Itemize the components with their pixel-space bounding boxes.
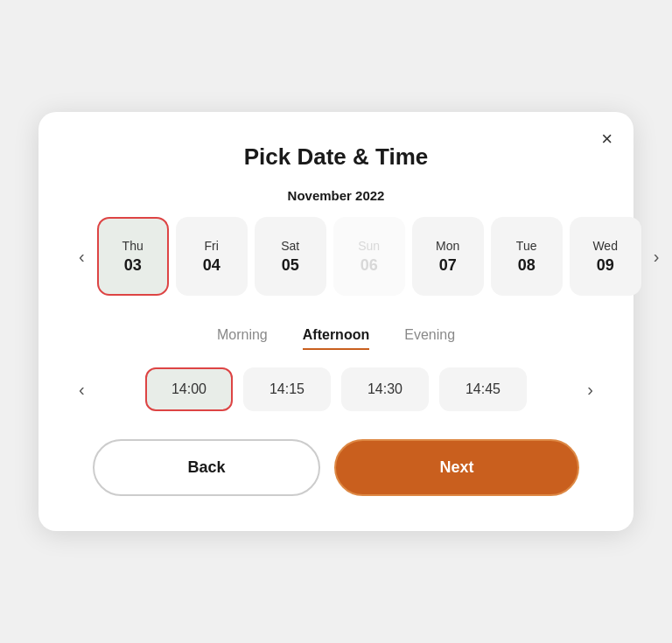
close-button[interactable]: × (601, 129, 612, 149)
day-name: Tue (516, 239, 537, 253)
time-tab[interactable]: Afternoon (303, 327, 369, 350)
day-name: Sun (358, 239, 380, 253)
day-card[interactable]: Wed09 (570, 217, 641, 296)
day-number: 07 (439, 256, 457, 275)
time-tab[interactable]: Evening (404, 327, 455, 350)
time-slot[interactable]: 14:45 (439, 367, 527, 411)
day-number: 05 (282, 256, 299, 275)
tabs-row: MorningAfternoonEvening (74, 327, 598, 350)
day-card: Sun06 (333, 217, 405, 296)
time-section: MorningAfternoonEvening ‹ 14:0014:1514:3… (74, 327, 598, 411)
modal: × Pick Date & Time November 2022 ‹ Thu03… (38, 112, 634, 531)
time-slot[interactable]: 14:15 (243, 367, 331, 411)
day-name: Thu (122, 239, 144, 253)
prev-time-button[interactable]: ‹ (74, 374, 90, 405)
times-row: ‹ 14:0014:1514:3014:45 › (74, 367, 598, 411)
day-number: 03 (124, 256, 142, 275)
day-name: Wed (592, 239, 618, 253)
next-button[interactable]: Next (334, 439, 579, 496)
day-card[interactable]: Mon07 (412, 217, 484, 296)
day-card[interactable]: Sat05 (255, 217, 326, 296)
next-month-button[interactable]: › (648, 241, 665, 272)
calendar-row: ‹ Thu03Fri04Sat05Sun06Mon07Tue08Wed09 › (74, 217, 598, 296)
next-time-button[interactable]: › (582, 374, 598, 405)
month-label: November 2022 (74, 188, 598, 203)
footer-buttons: Back Next (74, 439, 598, 496)
day-number: 04 (203, 256, 220, 275)
prev-month-button[interactable]: ‹ (74, 241, 90, 272)
day-name: Sat (281, 239, 299, 253)
days-container: Thu03Fri04Sat05Sun06Mon07Tue08Wed09 (97, 217, 641, 296)
time-slot[interactable]: 14:00 (145, 367, 233, 411)
modal-title: Pick Date & Time (74, 143, 598, 171)
day-number: 08 (518, 256, 536, 275)
back-button[interactable]: Back (93, 439, 320, 496)
day-name: Fri (205, 239, 219, 253)
day-card[interactable]: Fri04 (176, 217, 248, 296)
day-number: 09 (597, 256, 614, 275)
day-number: 06 (360, 256, 378, 275)
day-name: Mon (436, 239, 459, 253)
day-card[interactable]: Thu03 (97, 217, 169, 296)
time-slot[interactable]: 14:30 (341, 367, 429, 411)
time-tab[interactable]: Morning (217, 327, 268, 350)
day-card[interactable]: Tue08 (491, 217, 563, 296)
times-container: 14:0014:1514:3014:45 (99, 367, 574, 411)
